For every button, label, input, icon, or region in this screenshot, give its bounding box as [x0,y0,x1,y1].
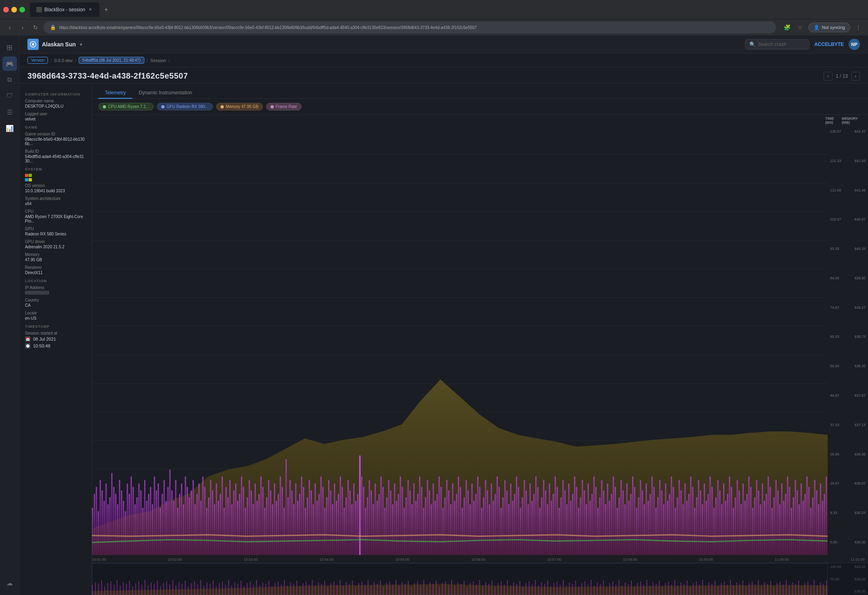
svg-rect-622 [780,581,781,595]
version-chip[interactable]: Version [27,57,48,64]
search-box[interactable]: 🔍 Search crash [745,39,810,50]
minimize-btn[interactable] [11,7,17,12]
session-link[interactable]: Session [150,58,166,63]
svg-rect-133 [313,504,314,555]
svg-rect-340 [714,508,715,555]
svg-rect-359 [750,487,751,555]
tab-dynamic-instrumentation[interactable]: Dynamic Instrumentation [132,87,199,99]
nav-settings-icon[interactable]: ☰ [2,105,17,119]
nav-home-icon[interactable]: ⊞ [2,40,17,55]
svg-rect-188 [419,476,420,555]
prev-session-btn[interactable]: ‹ [824,72,833,81]
svg-rect-602 [718,586,718,595]
svg-rect-278 [593,476,595,555]
maximize-btn[interactable] [19,7,25,12]
svg-rect-327 [688,494,689,555]
svg-rect-259 [557,487,558,555]
game-section-title: GAME [25,125,86,129]
svg-rect-490 [371,585,372,595]
svg-rect-104 [256,501,258,555]
svg-rect-568 [612,581,613,595]
svg-rect-572 [625,582,626,595]
svg-rect-617 [764,582,765,595]
sync-button[interactable]: 👤 Not syncing [808,23,850,32]
svg-rect-228 [497,476,498,555]
tab-close-btn[interactable]: ✕ [87,7,93,12]
svg-rect-234 [508,504,510,555]
svg-rect-291 [618,497,620,555]
more-btn[interactable]: ⋮ [853,23,863,32]
chip-gpu[interactable]: GPU Radeon RX 580... [157,103,213,110]
svg-rect-26 [106,483,107,555]
svg-rect-522 [470,583,470,595]
svg-rect-58 [167,487,169,555]
svg-rect-212 [466,480,467,555]
mini-y-axis: 140.00 643.00 70.00 639.00 [828,563,868,595]
renderer-label: Renderer [25,265,86,270]
arch-value: x64 [25,202,86,206]
svg-rect-167 [379,494,380,555]
svg-rect-422 [160,586,161,595]
memory-header-label: MEMORY (MB) [842,117,866,125]
timestamp-section-title: TIMESTAMP [25,325,86,329]
tab-telemetry[interactable]: Telemetry [98,87,132,99]
forward-button[interactable]: › [18,23,27,32]
chart-svg[interactable] [92,126,828,556]
svg-rect-233 [506,491,508,555]
nav-gamepad-icon[interactable]: 🎮 [2,56,17,71]
svg-rect-224 [489,504,490,555]
svg-rect-607 [733,585,734,595]
svg-rect-404 [104,586,105,595]
extensions-btn[interactable]: 🧩 [783,23,792,32]
game-selector[interactable]: Alaskan Sun ▼ [27,39,83,50]
mini-map[interactable]: 140.00 643.00 70.00 639.00 [92,563,868,595]
svg-rect-364 [760,504,761,555]
nav-layers-icon[interactable]: ⧉ [2,73,17,87]
address-bar[interactable]: 🔒 https://blackbox.accelbyte.io/admin/ga… [44,21,776,33]
svg-rect-450 [247,583,248,595]
memory-dot [221,105,224,108]
svg-rect-184 [411,504,412,555]
svg-rect-426 [173,580,173,595]
svg-rect-385 [801,483,802,555]
close-btn[interactable] [3,7,9,12]
svg-rect-565 [603,580,604,595]
active-tab[interactable]: BlackBox - session ✕ [30,2,100,17]
svg-rect-330 [694,508,695,555]
svg-rect-539 [522,586,523,595]
build-chip[interactable]: 54bdff5d (06 Jul 2021, 21:48:47) [79,57,144,64]
system-section-title: SYSTEM [25,167,86,171]
chip-memory[interactable]: Memory 47.95 GB [216,103,263,110]
svg-rect-38 [129,494,130,555]
svg-rect-366 [764,501,765,555]
svg-rect-150 [346,497,347,555]
nav-cloud-icon[interactable]: ☁ [2,576,17,590]
user-avatar[interactable]: NP [849,39,860,50]
svg-rect-216 [473,501,475,555]
svg-rect-538 [519,580,520,595]
country-value: CA [25,303,86,308]
refresh-button[interactable]: ↻ [31,23,40,32]
svg-rect-341 [715,497,716,555]
nav-analytics-icon[interactable]: 📊 [2,121,17,135]
svg-rect-629 [801,586,802,595]
computer-name-label: Computer name [25,99,86,103]
brand-text: ACCELBYTE [814,42,844,47]
svg-rect-357 [746,494,747,555]
svg-rect-91 [231,504,233,555]
svg-rect-149 [343,508,345,555]
next-session-btn[interactable]: › [851,72,860,81]
version-num-link[interactable]: 0.0.0-dev [54,58,73,63]
timestamp-time-row: 🕐 10:50:48 [25,343,86,349]
svg-rect-192 [427,480,428,555]
svg-rect-267 [572,494,573,555]
bookmark-btn[interactable]: ☆ [795,23,805,32]
chip-cpu[interactable]: CPU AMD Ryzen 7 2... [98,103,154,110]
svg-rect-226 [493,501,494,555]
nav-shield-icon[interactable]: 🛡 [2,89,17,103]
back-button[interactable]: ‹ [5,23,15,32]
new-tab-button[interactable]: + [101,5,111,15]
svg-rect-63 [177,508,178,555]
chip-framerate[interactable]: Frame Rate [266,103,302,110]
svg-rect-420 [154,584,155,595]
